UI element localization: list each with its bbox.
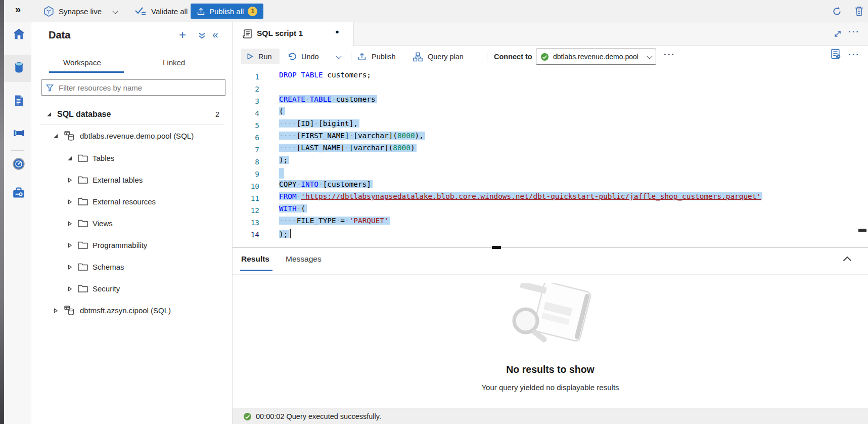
tree-item-dbtlabs-revenue-demo-pool-sql[interactable]: dbtlabs.revenue.demo.pool (SQL) bbox=[31, 125, 232, 147]
nav-data-button[interactable] bbox=[10, 59, 27, 77]
folder-icon bbox=[78, 197, 88, 206]
publish-all-label: Publish all bbox=[209, 7, 244, 16]
code-line[interactable]: ); bbox=[279, 229, 291, 241]
publish-label: Publish bbox=[372, 53, 396, 61]
expand-node-icon[interactable] bbox=[67, 243, 73, 248]
expand-node-icon[interactable] bbox=[67, 221, 73, 226]
collapse-node-icon[interactable] bbox=[47, 112, 53, 117]
tree-item-schemas[interactable]: Schemas bbox=[31, 256, 232, 278]
line-number: 13 bbox=[233, 217, 259, 229]
tab-workspace[interactable]: Workspace bbox=[63, 58, 101, 67]
code-line[interactable]: ····[ID]·[bigint], bbox=[279, 119, 359, 132]
sql-script-icon bbox=[242, 28, 253, 39]
connection-select[interactable]: dbtlabs.revenue.demo.pool bbox=[536, 49, 656, 65]
line-number: 4 bbox=[233, 107, 259, 119]
unsaved-changes-dot: ● bbox=[335, 28, 339, 35]
code-line[interactable]: DROP TABLE customers; bbox=[279, 71, 371, 83]
gauge-icon bbox=[12, 157, 26, 171]
nav-develop-button[interactable] bbox=[10, 92, 27, 110]
collapse-node-icon[interactable] bbox=[67, 156, 73, 161]
expand-node-icon[interactable] bbox=[53, 308, 59, 313]
window-edge-strip bbox=[0, 0, 4, 424]
tab-messages[interactable]: Messages bbox=[286, 255, 322, 264]
synapse-studio-window: » Synapse live Validate all Publish all … bbox=[0, 0, 868, 424]
code-line[interactable]: CREATE·TABLE·customers bbox=[279, 95, 377, 107]
code-line[interactable]: ); bbox=[279, 156, 289, 168]
code-line[interactable]: FROM·'https://dbtlabsynapsedatalake.blob… bbox=[279, 192, 762, 204]
view-settings-icon[interactable] bbox=[830, 48, 842, 60]
document-icon bbox=[12, 94, 25, 108]
tab-linked[interactable]: Linked bbox=[163, 58, 185, 67]
tree-item-sql-database[interactable]: SQL database2 bbox=[31, 103, 232, 125]
empty-state-title: No results to show bbox=[233, 364, 868, 375]
run-button[interactable]: Run bbox=[241, 49, 280, 64]
expand-node-icon[interactable] bbox=[67, 286, 73, 291]
code-line[interactable] bbox=[279, 168, 284, 180]
toolbar-more-button[interactable]: ··· bbox=[848, 50, 860, 60]
tab-results[interactable]: Results bbox=[241, 255, 269, 264]
connection-more-button[interactable]: ··· bbox=[664, 50, 675, 60]
collapse-all-chevrons-icon[interactable] bbox=[198, 32, 206, 39]
expand-sidebar-chevrons[interactable]: » bbox=[15, 4, 21, 15]
no-results-illustration bbox=[499, 283, 601, 350]
active-tab-underline bbox=[240, 270, 272, 271]
collapse-node-icon[interactable] bbox=[53, 134, 59, 139]
nav-home-button[interactable] bbox=[10, 25, 27, 43]
tree-item-dbtmsft-azsyn-cipool-sql[interactable]: dbtmsft.azsyn.cipool (SQL) bbox=[31, 300, 232, 321]
environment-label: Synapse live bbox=[59, 7, 102, 16]
code-line[interactable]: ( bbox=[279, 107, 285, 119]
expand-editor-icon[interactable] bbox=[833, 29, 842, 38]
query-plan-label: Query plan bbox=[428, 53, 464, 61]
line-number: 11 bbox=[233, 192, 259, 204]
undo-button[interactable]: Undo bbox=[287, 46, 319, 67]
undo-dropdown-chevron-icon[interactable] bbox=[337, 54, 341, 58]
publish-button[interactable]: Publish bbox=[357, 46, 396, 67]
tree-item-external-tables[interactable]: External tables bbox=[31, 169, 232, 191]
success-check-icon bbox=[243, 412, 252, 421]
expand-node-icon[interactable] bbox=[67, 199, 73, 204]
tree-item-security[interactable]: Security bbox=[31, 278, 232, 300]
tree-item-label: External resources bbox=[93, 197, 156, 206]
line-number: 10 bbox=[233, 180, 259, 192]
toolbar-separator bbox=[351, 51, 351, 62]
code-line[interactable]: ····FILE_TYPE·=·'PARQUET' bbox=[279, 217, 390, 229]
code-line[interactable]: ····[LAST_NAME]·[varchar](8000) bbox=[279, 144, 417, 156]
tree-item-tables[interactable]: Tables bbox=[31, 147, 232, 169]
refresh-button[interactable] bbox=[832, 6, 842, 17]
code-line[interactable]: ····[FIRST_NAME]·[varchar](8000), bbox=[279, 132, 425, 144]
folder-icon bbox=[78, 241, 88, 249]
tree-item-views[interactable]: Views bbox=[31, 213, 232, 234]
collapse-results-chevron-icon[interactable] bbox=[843, 256, 852, 262]
code-line[interactable]: WITH·( bbox=[279, 204, 307, 217]
validate-all-button[interactable]: Validate all bbox=[134, 0, 188, 22]
tree-item-programmability[interactable]: Programmability bbox=[31, 234, 232, 256]
results-divider bbox=[233, 274, 868, 275]
query-plan-button[interactable]: Query plan bbox=[413, 46, 464, 67]
connection-ok-icon bbox=[540, 53, 549, 61]
tree-item-label: Security bbox=[93, 284, 120, 293]
environment-switcher[interactable]: Synapse live bbox=[43, 0, 102, 22]
filter-resources-input[interactable] bbox=[58, 83, 221, 93]
database-icon bbox=[64, 131, 75, 142]
rail-divider bbox=[11, 150, 24, 151]
code-line[interactable]: COPY·INTO·[customers] bbox=[279, 180, 373, 192]
panel-resize-handle[interactable] bbox=[492, 246, 501, 249]
nav-monitor-button[interactable] bbox=[10, 155, 27, 173]
environment-dropdown-chevron-icon[interactable] bbox=[113, 9, 117, 13]
status-bar: 00:00:02 Query executed successfully. bbox=[233, 408, 868, 424]
publish-all-button[interactable]: Publish all 1 bbox=[191, 4, 263, 19]
tab-more-actions-button[interactable]: ··· bbox=[848, 27, 860, 37]
tree-item-label: Schemas bbox=[93, 263, 124, 271]
expand-node-icon[interactable] bbox=[67, 265, 73, 270]
expand-node-icon[interactable] bbox=[67, 178, 73, 183]
tree-item-external-resources[interactable]: External resources bbox=[31, 191, 232, 213]
filter-funnel-icon bbox=[46, 84, 54, 92]
add-resource-button[interactable]: + bbox=[179, 28, 186, 42]
code-editor[interactable]: 1234567891011121314 DROP TABLE customers… bbox=[233, 67, 868, 247]
toolbar-separator bbox=[487, 51, 487, 62]
discard-all-trash-icon[interactable] bbox=[854, 6, 864, 16]
collapse-panel-button[interactable]: « bbox=[212, 28, 218, 40]
nav-manage-button[interactable] bbox=[10, 184, 27, 202]
nav-integrate-button[interactable] bbox=[10, 124, 27, 142]
panel-title: Data bbox=[49, 29, 70, 41]
